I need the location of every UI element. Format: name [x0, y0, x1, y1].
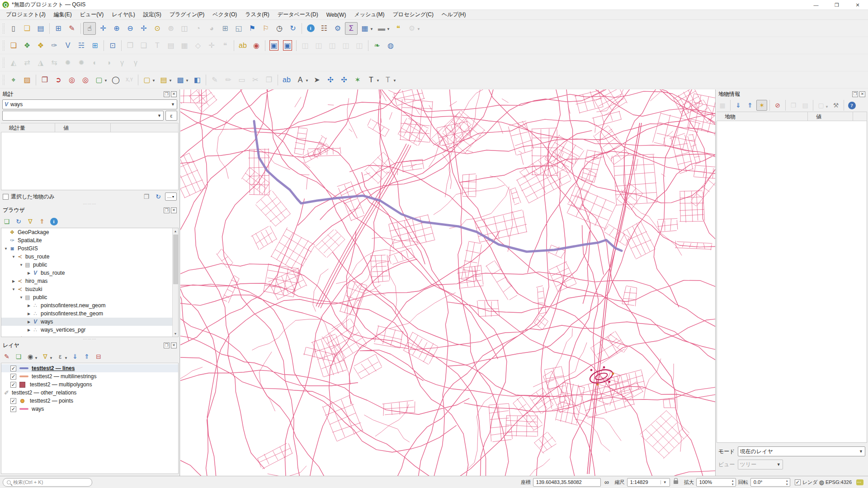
identify-settings-icon[interactable]: ⚒: [830, 100, 841, 111]
toolbar-drag-handle[interactable]: [2, 75, 5, 85]
float-panel-icon[interactable]: ❐: [164, 207, 170, 213]
browser-scrollbar[interactable]: ▲ ▼: [172, 228, 178, 337]
expand-icon[interactable]: ▶: [26, 320, 32, 324]
plugin-tool-a-icon[interactable]: ▣: [268, 39, 280, 52]
layer-row[interactable]: ✓testtest2 — points: [1, 397, 178, 405]
statistics-panel-icon[interactable]: Σ: [345, 22, 358, 35]
locator-search-input[interactable]: 検索(Ctrl + K): [3, 478, 92, 487]
statistical-abacus-icon[interactable]: ☷: [318, 22, 330, 35]
extents-toggle-icon[interactable]: ∞: [604, 479, 609, 486]
layers-list[interactable]: ✓testtest2 — lines✓testtest2 — multiline…: [1, 363, 179, 474]
save-project-icon[interactable]: ▤: [34, 22, 47, 35]
increase-gamma-icon[interactable]: γ: [116, 56, 128, 69]
column-header[interactable]: 値: [55, 123, 111, 132]
layer-row[interactable]: ✓ways: [1, 405, 178, 413]
collapse-icon[interactable]: ▼: [11, 255, 16, 259]
inactive-tool-4-icon[interactable]: ◫: [340, 39, 352, 52]
menu-item-13[interactable]: ヘルプ(H): [438, 10, 470, 19]
color-wheel-icon[interactable]: ◉: [250, 39, 263, 52]
select-by-value-icon[interactable]: ▤▼: [157, 74, 170, 86]
identify-mode-icon[interactable]: ▢▼: [816, 100, 826, 111]
menu-item-8[interactable]: ラスタ(R): [241, 10, 274, 19]
filter-browser-icon[interactable]: ∇: [25, 216, 36, 227]
identify-view-combo[interactable]: ツリー ▼: [738, 460, 783, 469]
close-panel-icon[interactable]: ✕: [171, 343, 177, 348]
layer-row[interactable]: ✓testtest2 — lines: [1, 364, 178, 372]
new-geopackage-layer-icon[interactable]: ❖: [21, 39, 33, 52]
render-checkbox[interactable]: ✓: [795, 479, 801, 485]
close-panel-icon[interactable]: ✕: [171, 91, 177, 97]
scroll-down-icon[interactable]: ▼: [173, 331, 178, 337]
coordinate-input[interactable]: 139.60483,35.58082: [533, 478, 601, 487]
identify-features-icon[interactable]: i: [304, 22, 317, 35]
new-spatialite-layer-icon[interactable]: ✑: [48, 39, 61, 52]
float-panel-icon[interactable]: ❐: [164, 343, 170, 348]
close-panel-icon[interactable]: ✕: [859, 91, 865, 97]
pin-labels-icon[interactable]: ✣: [324, 74, 337, 86]
collapse-icon[interactable]: ▼: [19, 296, 24, 300]
select-features-icon[interactable]: ▢▼: [141, 74, 153, 86]
geocoder-search-icon[interactable]: ⌖: [7, 74, 20, 86]
browser-item-tsuzuki[interactable]: ▼≺tsuzuki: [1, 285, 178, 293]
map-theme-tool-icon[interactable]: ▨: [21, 74, 33, 86]
statistics-table-body[interactable]: [1, 132, 179, 190]
layer-visibility-checkbox[interactable]: ✓: [10, 382, 16, 388]
flash-feature-icon[interactable]: ◎: [66, 74, 78, 86]
menu-item-9[interactable]: データベース(D): [274, 10, 322, 19]
auto-expand-results-icon[interactable]: ✶: [756, 100, 767, 111]
browser-item-public[interactable]: ▼▤public: [1, 293, 178, 301]
browser-item-pointsofinterest.the_geom[interactable]: ▶∴pointsofinterest.the_geom: [1, 310, 178, 318]
layer-row[interactable]: ✐testtest2 — other_relations: [1, 389, 178, 397]
browser-item-pointsofinterest.new_geom[interactable]: ▶∴pointsofinterest.new_geom: [1, 301, 178, 310]
browser-item-bus_route[interactable]: ▼≺bus_route: [1, 253, 178, 261]
layer-visibility-checkbox[interactable]: ✓: [10, 406, 16, 412]
zoom-last-icon[interactable]: ◔: [192, 22, 204, 35]
select-all-icon[interactable]: ◧: [191, 74, 203, 86]
browser-item-clipped[interactable]: ▶≺: [1, 334, 178, 337]
label-options-icon[interactable]: A▼: [294, 74, 307, 86]
browser-item-SpatiaLite[interactable]: ✑SpatiaLite: [1, 236, 178, 244]
manage-map-themes-icon[interactable]: ◉▼: [25, 351, 36, 362]
layer-row[interactable]: ✓testtest2 — multipolygons: [1, 380, 178, 389]
svg-annotation-icon[interactable]: ◇: [192, 39, 204, 52]
messages-icon[interactable]: [856, 479, 863, 485]
zoom-next-icon[interactable]: ◕: [205, 22, 218, 35]
menu-item-12[interactable]: プロセシング(C): [389, 10, 438, 19]
expression-epsilon-button[interactable]: ε: [165, 111, 177, 121]
edit-tool-pencil-icon[interactable]: ✎: [208, 74, 221, 86]
print-results-icon[interactable]: ▤: [800, 100, 811, 111]
move-label-icon[interactable]: ➤: [311, 74, 323, 86]
expand-icon[interactable]: ▶: [26, 312, 32, 316]
plugin-tool-b-icon[interactable]: ▣: [281, 39, 294, 52]
text-format-tool-icon[interactable]: T▼: [365, 74, 377, 86]
form-annotation-icon[interactable]: ▤: [165, 39, 177, 52]
full-histogram-stretch-icon[interactable]: ⇄: [21, 56, 33, 69]
metasearch-icon[interactable]: ⚙▼: [406, 22, 418, 35]
expand-icon[interactable]: ▶: [26, 304, 32, 308]
diagram-options-icon[interactable]: ✶: [351, 74, 364, 86]
remove-layer-icon[interactable]: ⊟: [93, 351, 104, 362]
layer-visibility-checkbox[interactable]: ✓: [10, 398, 16, 404]
close-panel-icon[interactable]: ✕: [171, 207, 177, 213]
expand-icon[interactable]: ▶: [26, 328, 32, 332]
increase-brightness-icon[interactable]: ✹: [61, 56, 74, 69]
browser-item-public[interactable]: ▼▤public: [1, 261, 178, 269]
data-source-manager-icon[interactable]: ❏: [7, 39, 20, 52]
refresh-map-icon[interactable]: ↻: [287, 22, 299, 35]
maximize-button[interactable]: ❐: [826, 0, 847, 10]
coordinate-capture-icon[interactable]: X,Y: [123, 74, 136, 86]
open-attribute-table-icon[interactable]: ▦▼: [359, 22, 371, 35]
browser-item-PostGIS[interactable]: ▼◙PostGIS: [1, 244, 178, 253]
collapse-all-browser-icon[interactable]: ⇑: [37, 216, 47, 227]
map-canvas[interactable]: [180, 89, 715, 476]
panel-splitter[interactable]: ⋯⋯⋯: [0, 337, 179, 341]
spin-arrows-icon[interactable]: ▲▼: [731, 479, 734, 486]
zoom-full-icon[interactable]: ✢: [137, 22, 150, 35]
browser-properties-icon[interactable]: i: [48, 216, 59, 227]
statistics-field-combo[interactable]: ▼: [2, 111, 164, 121]
layer-labeling-icon[interactable]: ab: [280, 74, 293, 86]
new-spatial-bookmark-icon[interactable]: ⚑: [246, 22, 259, 35]
layer-visibility-checkbox[interactable]: ✓: [10, 374, 16, 380]
new-mesh-layer-icon[interactable]: ☵: [75, 39, 88, 52]
browser-item-ways_vertices_pgr[interactable]: ▶∴ways_vertices_pgr: [1, 326, 178, 334]
